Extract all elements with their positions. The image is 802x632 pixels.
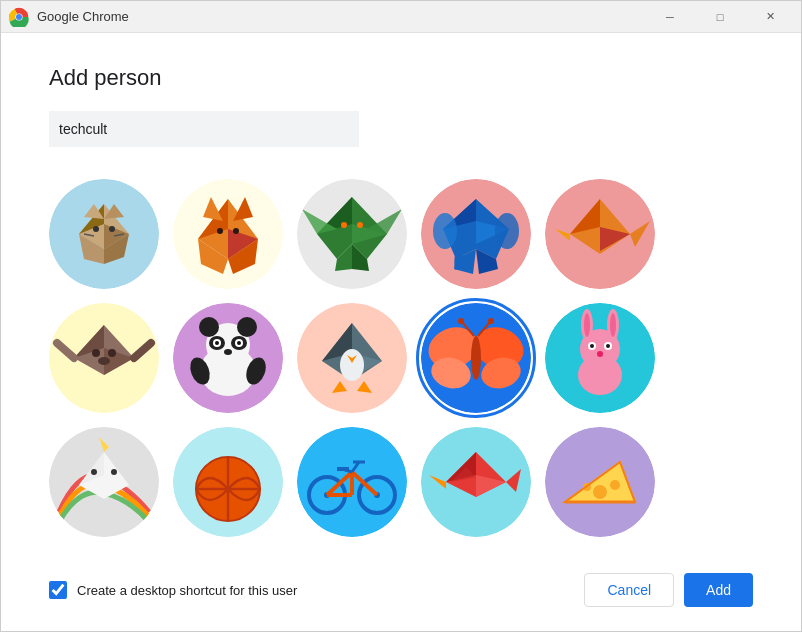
chrome-logo-icon [9,7,29,27]
svg-point-12 [93,226,99,232]
avatar-fox[interactable] [173,179,283,289]
bottom-bar: Create a desktop shortcut for this user … [49,557,753,607]
svg-point-100 [590,344,594,348]
avatar-butterfly[interactable] [421,303,531,413]
svg-point-90 [488,318,494,324]
window-controls: ─ □ ✕ [647,1,793,33]
minimize-button[interactable]: ─ [647,1,693,33]
avatar-section [49,171,753,549]
svg-point-86 [471,336,481,380]
svg-point-70 [224,349,232,355]
avatar-penguin[interactable] [297,303,407,413]
svg-point-68 [215,341,219,345]
avatar-redbird[interactable] [421,427,531,537]
svg-point-35 [357,222,363,228]
name-input[interactable] [49,111,359,147]
svg-point-108 [91,469,97,475]
svg-point-58 [98,357,110,365]
title-bar: Google Chrome ─ □ ✕ [1,1,801,33]
avatar-elephant[interactable] [421,179,531,289]
svg-point-102 [597,351,603,357]
avatar-dragon[interactable] [297,179,407,289]
svg-point-42 [433,213,457,249]
desktop-shortcut-checkbox[interactable] [49,581,67,599]
restore-button[interactable]: □ [697,1,743,33]
svg-point-101 [606,344,610,348]
svg-point-25 [233,228,239,234]
svg-point-62 [199,317,219,337]
avatar-grid-wrapper[interactable] [49,171,753,549]
dialog-title: Add person [49,65,753,91]
action-buttons: Cancel Add [584,573,753,607]
avatar-cheese[interactable] [545,427,655,537]
svg-point-69 [237,341,241,345]
avatar-grid [49,171,749,545]
svg-point-56 [92,349,100,357]
close-button[interactable]: ✕ [747,1,793,33]
avatar-bird1[interactable] [545,179,655,289]
avatar-panda[interactable] [173,303,283,413]
add-person-dialog: Add person [1,33,801,631]
svg-point-63 [237,317,257,337]
svg-point-3 [16,14,22,20]
svg-point-109 [111,469,117,475]
add-button[interactable]: Add [684,573,753,607]
avatar-unicorn[interactable] [49,427,159,537]
svg-point-43 [495,213,519,249]
avatar-basketball[interactable] [173,427,283,537]
svg-point-139 [610,480,620,490]
cancel-button[interactable]: Cancel [584,573,674,607]
window-title: Google Chrome [37,9,647,24]
svg-point-34 [341,222,347,228]
svg-point-77 [340,349,364,381]
svg-point-96 [584,313,590,337]
svg-point-97 [610,313,616,337]
svg-point-57 [108,349,116,357]
avatar-bike[interactable] [297,427,407,537]
avatar-rabbit[interactable] [545,303,655,413]
svg-point-88 [458,318,464,324]
svg-point-13 [109,226,115,232]
desktop-shortcut-label: Create a desktop shortcut for this user [77,583,297,598]
avatar-sloth[interactable] [49,303,159,413]
shortcut-checkbox-row: Create a desktop shortcut for this user [49,581,297,599]
svg-point-24 [217,228,223,234]
avatar-cat[interactable] [49,179,159,289]
